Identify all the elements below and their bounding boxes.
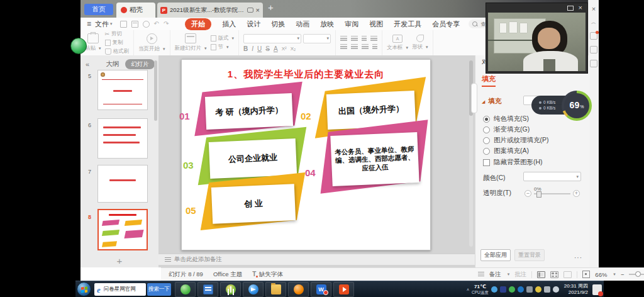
radio-picture-fill[interactable]: 图片或纹理填充(P) bbox=[483, 136, 549, 145]
taskbar-app-wpp-active[interactable] bbox=[333, 282, 354, 297]
reading-view-button[interactable] bbox=[564, 271, 572, 278]
taskbar-app-360safe[interactable] bbox=[220, 282, 241, 297]
slide-title[interactable]: 1、我院学生毕业后的主要就业去向 bbox=[182, 69, 430, 81]
apply-all-button[interactable]: 全部应用 bbox=[480, 249, 511, 261]
menu-item-design[interactable]: 设计 bbox=[247, 20, 260, 29]
collapse-sidebar-icon[interactable]: « bbox=[86, 60, 89, 68]
radio-gradient-fill[interactable]: 渐变填充(G) bbox=[483, 125, 530, 134]
close-icon[interactable]: × bbox=[579, 4, 582, 11]
tab-close-icon[interactable]: × bbox=[256, 7, 260, 14]
notes-toggle[interactable]: 备注 bbox=[489, 271, 501, 279]
font-color-button[interactable]: A bbox=[274, 45, 278, 52]
transparency-plus-button[interactable]: + bbox=[573, 190, 580, 197]
menu-item-transition[interactable]: 切换 bbox=[271, 20, 285, 29]
menu-item-animation[interactable]: 动画 bbox=[296, 20, 309, 29]
checkbox-hide-background[interactable]: 隐藏背景图形(H) bbox=[483, 158, 543, 167]
notes-bar[interactable]: 单击此处添加备注 bbox=[158, 254, 475, 265]
selection-pane-icon[interactable] bbox=[590, 32, 597, 40]
slide-item-chuangye[interactable]: 05 创 业 bbox=[196, 182, 297, 226]
hamburger-icon[interactable]: ≡ bbox=[87, 20, 91, 28]
slide-canvas[interactable]: 1、我院学生毕业后的主要就业去向 01 考 研（境内升学） 02 出国（境外升学… bbox=[181, 59, 431, 250]
comments-toggle[interactable]: 批注 bbox=[514, 271, 526, 279]
tray-icon-network[interactable] bbox=[544, 286, 550, 293]
tray-icon-bluetooth[interactable] bbox=[518, 286, 524, 293]
slide-sorter-view-button[interactable] bbox=[550, 271, 558, 278]
menu-item-devtools[interactable]: 开发工具 bbox=[394, 20, 421, 29]
fill-section-header[interactable]: ◢ 填充 bbox=[482, 97, 501, 106]
undo-icon[interactable]: ↶ bbox=[154, 21, 159, 27]
window-close-icon[interactable]: × bbox=[592, 5, 596, 13]
slide-thumbnail-8-selected[interactable] bbox=[97, 209, 148, 250]
zoom-level[interactable]: 66% bbox=[595, 271, 607, 278]
menu-item-view[interactable]: 视图 bbox=[369, 20, 383, 29]
tab-slides[interactable]: 幻灯片 bbox=[125, 59, 155, 69]
bullet-list-icon[interactable] bbox=[340, 36, 347, 42]
new-tab-button[interactable]: + bbox=[268, 2, 274, 13]
line-spacing-icon[interactable] bbox=[370, 36, 377, 42]
taskbar-app-browser360[interactable] bbox=[175, 282, 196, 297]
indent-icon[interactable] bbox=[362, 36, 367, 42]
font-name-select[interactable]: ▾ bbox=[243, 34, 301, 43]
save-icon[interactable] bbox=[120, 21, 127, 28]
color-select[interactable]: ▾ bbox=[523, 172, 581, 181]
more-options-icon[interactable]: ··· bbox=[574, 254, 582, 261]
zoom-slider[interactable] bbox=[629, 274, 644, 275]
subscript-button[interactable]: X₂ bbox=[291, 46, 296, 52]
slide-item-kaoyan[interactable]: 01 考 研（境内升学） bbox=[189, 91, 295, 132]
underline-button[interactable]: U bbox=[257, 45, 262, 52]
tray-expand-icon[interactable]: ˄ bbox=[467, 288, 469, 292]
start-button[interactable] bbox=[77, 282, 91, 296]
menu-item-review[interactable]: 审阅 bbox=[345, 20, 358, 29]
normal-view-button[interactable] bbox=[537, 271, 545, 278]
zoom-out-button[interactable]: − bbox=[621, 271, 625, 278]
notification-icon[interactable] bbox=[592, 284, 602, 295]
taskbar-app-videoplayer[interactable] bbox=[197, 282, 218, 297]
document-tab[interactable]: P 2021级新生家...-数统学院家长会 × bbox=[157, 3, 263, 18]
taskbar-app-cleaner[interactable] bbox=[288, 282, 309, 297]
justify-icon[interactable] bbox=[372, 44, 377, 50]
menu-item-insert[interactable]: 插入 bbox=[222, 20, 236, 29]
slide-thumbnail-6[interactable] bbox=[97, 118, 148, 159]
file-menu[interactable]: 文件 bbox=[95, 20, 109, 29]
tab-outline[interactable]: 大纲 bbox=[106, 60, 119, 69]
ribbon-collapse-icon[interactable]: ︿ bbox=[591, 19, 596, 26]
align-right-icon[interactable] bbox=[362, 44, 369, 50]
maximize-icon[interactable] bbox=[567, 6, 574, 11]
tray-icon-blue[interactable] bbox=[491, 286, 497, 293]
new-slide-button[interactable]: 新建幻灯片▾ bbox=[175, 33, 207, 52]
slide-item-gongwuyuan[interactable]: 04 考公务员、事业单位、教师编、选调生、西部志愿者、应征入伍 bbox=[315, 130, 421, 188]
theme-name[interactable]: Office 主题 bbox=[213, 271, 242, 279]
play-from-current-button[interactable]: 当页开始▾ bbox=[138, 33, 165, 53]
menu-item-membership[interactable]: 会员专享 bbox=[432, 20, 460, 29]
transparency-minus-button[interactable]: − bbox=[525, 190, 531, 197]
radio-solid-fill[interactable]: 纯色填充(S) bbox=[483, 115, 529, 123]
missing-font-label[interactable]: 缺失字体 bbox=[259, 271, 283, 277]
section-button[interactable]: 节▾ bbox=[211, 43, 235, 51]
print-icon[interactable] bbox=[131, 21, 138, 28]
zoom-knob[interactable] bbox=[635, 271, 641, 277]
fill-tab[interactable]: 填充 bbox=[482, 74, 496, 87]
floating-assistant-ball[interactable] bbox=[70, 38, 87, 54]
slide-thumbnail-7[interactable] bbox=[97, 165, 148, 203]
number-list-icon[interactable] bbox=[351, 36, 358, 42]
taskbar-app-explorer[interactable] bbox=[265, 282, 286, 297]
usage-percent-ball[interactable]: 69 % bbox=[562, 91, 592, 121]
align-left-icon[interactable] bbox=[340, 44, 347, 50]
transparency-knob[interactable] bbox=[536, 191, 541, 198]
layout-button[interactable]: 版式▾ bbox=[211, 35, 235, 42]
transparency-slider[interactable]: 0% bbox=[534, 193, 570, 194]
italic-button[interactable]: I bbox=[252, 45, 253, 52]
home-tab[interactable]: 首页 bbox=[84, 4, 113, 15]
fit-slide-icon[interactable] bbox=[582, 271, 590, 278]
add-slide-button[interactable]: + bbox=[117, 255, 123, 266]
taskbar-app-browser[interactable] bbox=[243, 282, 264, 297]
animation-pane-icon[interactable] bbox=[590, 60, 597, 67]
sidebar-scrollbar[interactable] bbox=[154, 60, 157, 121]
strikethrough-button[interactable]: S bbox=[265, 45, 270, 52]
taskbar-search-box[interactable]: e bbox=[94, 283, 146, 296]
slide-thumbnail-5[interactable] bbox=[97, 70, 148, 110]
menu-item-start[interactable]: 开始 bbox=[185, 18, 211, 30]
shapes-button[interactable]: 形状▾ bbox=[412, 35, 428, 51]
redo-icon[interactable]: ↷ bbox=[164, 21, 169, 27]
tray-clock[interactable]: 20:31 周四 2021/9/2 bbox=[564, 283, 588, 296]
